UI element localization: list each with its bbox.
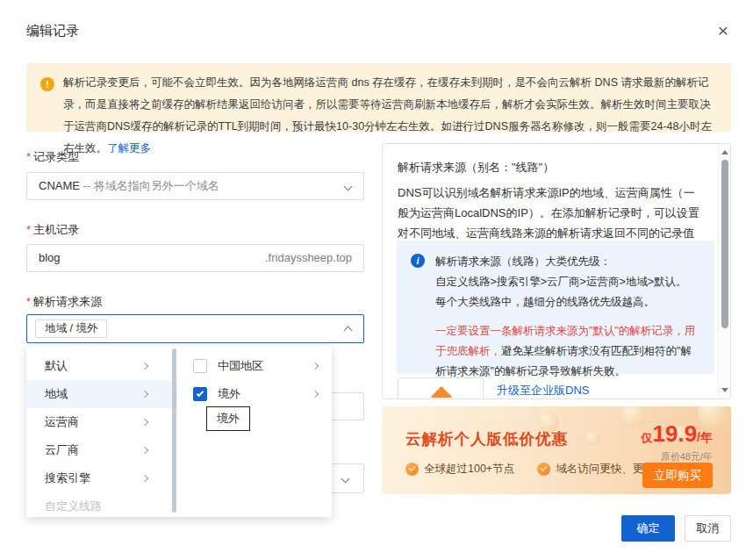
promo-feature-nodes: 全球超过100+节点 — [405, 462, 514, 477]
scroll-up-icon[interactable] — [721, 150, 728, 154]
check-circle-icon — [537, 463, 550, 476]
chevron-right-icon — [312, 391, 319, 398]
chevron-right-icon — [141, 447, 148, 454]
chevron-right-icon — [141, 363, 148, 370]
chevron-down-icon — [341, 475, 350, 484]
checkbox-china-unchecked[interactable] — [193, 359, 207, 373]
host-record-input[interactable]: blog .fridayssheep.top — [26, 244, 364, 272]
record-type-label: *记录类型 — [26, 149, 79, 165]
upgrade-illustration — [398, 377, 484, 399]
promo-features: 全球超过100+节点 域名访问更快、更稳定 — [405, 462, 665, 477]
scroll-down-icon[interactable] — [721, 388, 728, 392]
promo-banner[interactable]: 云解析个人版低价优惠 仅19.9/年 原价48元/年 全球超过100+节点 域名… — [382, 406, 731, 494]
check-circle-icon — [405, 463, 419, 476]
panel-title: 解析请求来源（别名："线路"） — [398, 160, 554, 176]
line-source-select[interactable]: 地域 / 境外 — [26, 314, 364, 343]
menu-item-default[interactable]: 默认 — [26, 352, 177, 380]
check-icon — [197, 389, 204, 396]
menu-item-isp[interactable]: 运营商 — [26, 408, 177, 436]
promo-title: 云解析个人版低价优惠 — [405, 428, 568, 449]
line-source-label: *解析请求来源 — [26, 294, 102, 310]
learn-more-link[interactable]: 了解更多 — [107, 142, 151, 154]
help-side-panel: 解析请求来源（别名："线路"） DNS可以识别域名解析请求来源IP的地域、运营商… — [382, 143, 731, 399]
info-icon: i — [411, 254, 425, 268]
upgrade-enterprise-link[interactable]: 升级至企业版DNS — [497, 383, 589, 398]
dialog-title: 编辑记录 — [26, 23, 79, 39]
menu-item-cloud-vendor[interactable]: 云厂商 — [26, 436, 177, 464]
line-category-list: 默认 地域 运营商 云厂商 搜索引擎 自定义线路 — [26, 346, 177, 517]
close-icon[interactable]: × — [714, 18, 732, 43]
chevron-right-icon — [141, 475, 148, 482]
priority-info-box: i 解析请求来源（线路）大类优先级： 自定义线路>搜索引擎>云厂商>运营商>地域… — [397, 241, 714, 374]
checkbox-overseas-checked[interactable] — [193, 387, 207, 401]
required-asterisk: * — [26, 150, 31, 163]
host-record-value: blog — [39, 251, 61, 264]
up-arrow-icon — [430, 386, 453, 398]
promo-price: 仅19.9/年 — [642, 420, 714, 448]
chevron-down-icon — [344, 183, 353, 191]
required-asterisk: * — [26, 295, 31, 308]
line-category-menu: 默认 地域 运营商 云厂商 搜索引擎 自定义线路 中国地区 — [26, 346, 332, 517]
menu-scrollbar[interactable] — [172, 348, 176, 513]
warning-banner: ! 解析记录变更后，可能不会立即生效。因为各地网络运营商 dns 存在缓存，在缓… — [26, 63, 731, 132]
warning-icon: ! — [40, 77, 54, 91]
buy-now-button[interactable]: 立即购买 — [642, 463, 713, 488]
coin-decoration — [585, 431, 600, 446]
overseas-tooltip: 境外 — [206, 406, 250, 431]
chevron-right-icon — [312, 363, 319, 370]
scrollbar-thumb[interactable] — [721, 160, 728, 328]
chevron-up-icon — [344, 327, 353, 335]
menu-item-region[interactable]: 地域 — [26, 380, 177, 408]
priority-title: 解析请求来源（线路）大类优先级： — [435, 252, 702, 272]
panel-scrollbar[interactable] — [718, 144, 730, 398]
required-asterisk: * — [26, 223, 31, 236]
submenu-item-china[interactable]: 中国地区 — [177, 352, 332, 380]
chevron-right-icon — [141, 419, 148, 426]
menu-item-search-engine[interactable]: 搜索引擎 — [26, 464, 177, 492]
submenu-item-overseas[interactable]: 境外 — [177, 380, 332, 408]
record-type-value: CNAME — [39, 179, 80, 192]
record-type-desc: -- 将域名指向另外一个域名 — [80, 179, 219, 192]
selected-line-tag: 地域 / 境外 — [35, 319, 107, 338]
promo-original-price: 原价48元/年 — [661, 450, 713, 463]
region-submenu: 中国地区 境外 — [177, 346, 332, 517]
record-type-select[interactable]: CNAME -- 将域名指向另外一个域名 — [26, 172, 364, 200]
ok-button[interactable]: 确定 — [621, 515, 675, 542]
priority-order: 自定义线路>搜索引擎>云厂商>运营商>地域>默认。 — [435, 272, 702, 292]
cancel-button[interactable]: 取消 — [685, 515, 731, 542]
domain-suffix: .fridayssheep.top — [265, 245, 352, 271]
chevron-right-icon — [141, 391, 148, 398]
fallback-warning: 一定要设置一条解析请求来源为"默认"的解析记录，用于兜底解析，避免某些解析请求没… — [435, 321, 702, 382]
menu-item-custom-line[interactable]: 自定义线路 — [26, 492, 177, 517]
host-record-label: *主机记录 — [26, 222, 79, 238]
edit-record-dialog: 编辑记录 × ! 解析记录变更后，可能不会立即生效。因为各地网络运营商 dns … — [0, 0, 746, 560]
priority-note: 每个大类线路中，越细分的线路优先级越高。 — [435, 292, 702, 312]
